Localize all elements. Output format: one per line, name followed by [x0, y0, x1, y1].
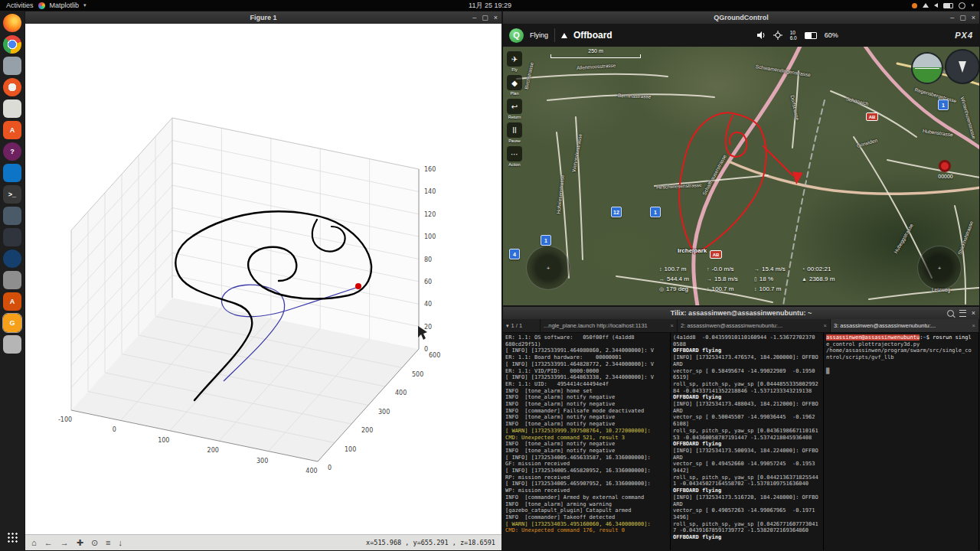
tilix-titlebar[interactable]: Tilix: assassinwen@assassinwenubuntu: ~ …	[503, 307, 979, 319]
dock-item-robot[interactable]	[3, 335, 21, 354]
dock-item-ide[interactable]	[3, 228, 21, 246]
dock-item-arduino[interactable]: A	[3, 292, 21, 311]
map-waypoint-marker[interactable]: 12	[611, 207, 622, 217]
dock-item-cube[interactable]	[3, 271, 21, 289]
activities-button[interactable]: Activities	[6, 2, 34, 9]
app-menu[interactable]: Matplotlib	[50, 2, 80, 9]
flight-state[interactable]: Flying	[530, 31, 548, 39]
qgc-tool-pause[interactable]: IIPause	[505, 122, 524, 143]
matplotlib-titlebar[interactable]: Figure 1 – ▢ ×	[25, 11, 501, 24]
minimize-button[interactable]: –	[950, 14, 954, 21]
gps-icon[interactable]	[773, 31, 782, 40]
close-button[interactable]: ×	[972, 14, 975, 21]
terminal-pane-3[interactable]: assassinwen@assassinwenubuntu:~$ rosrun …	[824, 333, 979, 550]
dock-item-boxes[interactable]	[3, 207, 21, 225]
map-waypoint-marker[interactable]: 4	[509, 249, 520, 259]
terminal-line: INFO [tone_alarm] notify negative	[505, 414, 668, 421]
minimize-button[interactable]: –	[472, 14, 476, 21]
dock-item-chrome[interactable]	[3, 35, 21, 54]
dock-item-ubuntu-software[interactable]: A	[3, 121, 21, 139]
dock: A?>_AG	[0, 11, 24, 551]
app-grid-button[interactable]	[7, 532, 18, 543]
telemetry-value: ◔00:02:21	[802, 264, 849, 274]
qgc-tool-plan[interactable]: ◆Plan	[505, 75, 524, 96]
maximize-button[interactable]: ▢	[482, 14, 488, 21]
map-waypoint-marker[interactable]: 1	[938, 99, 949, 110]
mpl-home-button[interactable]: ⌂	[31, 535, 37, 550]
search-icon[interactable]	[947, 310, 954, 317]
dock-item-text-editor[interactable]	[3, 99, 21, 118]
terminal-tab-3[interactable]: 3: assassinwen@assassinwenubuntu:... ×	[831, 319, 979, 332]
network-icon[interactable]	[923, 3, 929, 8]
gps-status: 10 6.0	[790, 30, 797, 41]
mpl-save-button[interactable]: ↓	[119, 535, 123, 550]
mpl-back-button[interactable]: ←	[44, 535, 53, 550]
volume-icon[interactable]	[934, 3, 938, 8]
close-button[interactable]: ×	[972, 309, 975, 317]
terminal-line: vector_sp [ 0.58495674 -14.99022989 -0.1…	[673, 368, 821, 375]
axis-tick-label: 20	[424, 324, 432, 331]
poi-label: 00000	[929, 174, 962, 179]
terminal-pane-2[interactable]: (4a1dd8 -0.04359910110160944 -1.53672702…	[671, 333, 824, 550]
battery-icon[interactable]	[943, 3, 953, 8]
qgc-tool-fly[interactable]: ✈Fly	[505, 51, 524, 72]
terminal-line: assassinwen@assassinwenubuntu:~$ rosrun …	[826, 334, 976, 341]
close-icon[interactable]: ×	[824, 322, 827, 329]
terminal-line: [ INFO] [1732534005.465633587, 16.336000…	[505, 455, 668, 461]
figure-canvas[interactable]: -100010020030040001002003004005006000204…	[25, 24, 501, 534]
close-icon[interactable]: ×	[972, 322, 975, 329]
terminal-line: 7 -0.04391678591739772 -1.53820721693648…	[673, 527, 821, 534]
map-waypoint-marker[interactable]: 1	[541, 235, 551, 246]
mpl-pan-button[interactable]: ✚	[77, 535, 83, 550]
session-label: 1 / 1	[511, 322, 523, 329]
desktop: Activities Matplotlib ▾ 11月 25 19:29 ▾ A…	[0, 0, 980, 551]
poi-marker[interactable]	[939, 160, 951, 172]
mpl-forward-button[interactable]: →	[60, 535, 69, 550]
power-icon[interactable]	[959, 2, 965, 9]
dock-item-firefox[interactable]	[3, 14, 21, 32]
terminal-pane-1[interactable]: ER: 1.1: OS software: 050f00ff (4a1dd868…	[503, 333, 671, 550]
qgc-logo-icon[interactable]: Q	[509, 28, 524, 43]
session-indicator[interactable]: ▾ 1 / 1	[503, 319, 541, 332]
flight-map[interactable]: AllenmoosstrasseSchwamendingenstrasseÜbe…	[503, 47, 979, 305]
terminal-tab-1[interactable]: ...ngle_plane.launch http://localhost:11…	[541, 319, 678, 332]
right-joystick-pad[interactable]: +	[917, 246, 962, 290]
terminal-line: 680cd29f51)	[505, 341, 668, 348]
mpl-zoom-button[interactable]: ⊙	[91, 535, 98, 550]
vehicle-messages-icon[interactable]	[756, 31, 766, 40]
qgc-tool-action[interactable]: ⋯Action	[505, 146, 524, 167]
matplotlib-toolbar: ⌂←→✚⊙≡↓ x=515.968 , y=655.291 , z=18.659…	[25, 534, 501, 550]
battery-icon[interactable]	[805, 32, 817, 39]
menu-icon[interactable]	[959, 310, 966, 317]
compass-indicator[interactable]	[945, 49, 979, 84]
qgc-titlebar[interactable]: QGroundControl – ▢ ×	[503, 11, 979, 24]
dock-item-gazebo[interactable]: G	[3, 314, 21, 332]
close-button[interactable]: ×	[494, 14, 498, 21]
dock-item-vscode[interactable]	[3, 164, 21, 182]
dock-item-web-app[interactable]	[3, 249, 21, 268]
mpl-subplots-button[interactable]: ≡	[106, 535, 110, 550]
dock-item-files[interactable]	[3, 57, 21, 75]
flight-mode-selector[interactable]: Offboard	[573, 30, 612, 41]
maximize-button[interactable]: ▢	[959, 14, 966, 21]
axis-tick-label: -100	[58, 416, 72, 423]
vehicle-marker[interactable]	[791, 171, 803, 184]
dock-item-terminal[interactable]: >_	[3, 185, 21, 204]
battery-percent[interactable]: 60%	[825, 31, 838, 39]
terminal-line: GF: mission received	[505, 461, 668, 468]
dock-item-software-updater[interactable]	[3, 78, 21, 96]
3d-plot: -100010020030040001002003004005006000204…	[25, 24, 501, 534]
qgc-tool-return[interactable]: ↩Return	[505, 99, 524, 119]
dock-item-help[interactable]: ?	[3, 142, 21, 161]
indicator-icon[interactable]	[912, 3, 917, 8]
system-tray[interactable]: ▾	[912, 2, 980, 9]
axis-tick-label: 300	[256, 458, 268, 465]
map-waypoint-marker[interactable]: 1	[650, 207, 661, 217]
telemetry-icon: ▲	[802, 276, 807, 282]
px4-logo: PX4	[955, 31, 973, 40]
attitude-indicator[interactable]	[911, 52, 943, 84]
clock[interactable]: 11月 25 19:29	[0, 1, 980, 11]
close-icon[interactable]: ×	[671, 322, 674, 329]
left-joystick-pad[interactable]: +	[526, 246, 570, 290]
terminal-tab-2[interactable]: 2: assassinwen@assassinwenubuntu:... ×	[678, 319, 831, 332]
